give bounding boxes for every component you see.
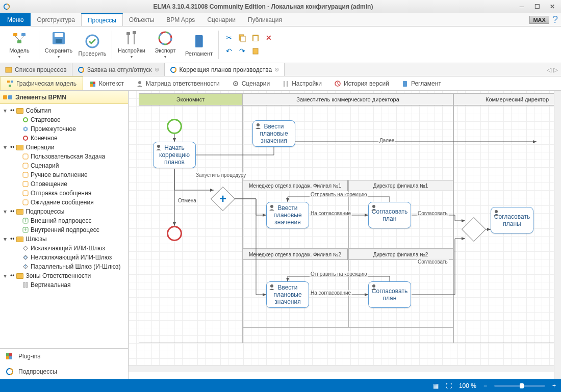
ribbon-reglament[interactable]: Регламент: [185, 33, 213, 57]
task-agree-plan-2[interactable]: Согласовать план: [368, 281, 411, 308]
puzzle-icon: [89, 80, 96, 87]
subtab-history[interactable]: История версий: [328, 76, 395, 90]
tree-group-subprocesses[interactable]: ▾••Подпроцессы: [0, 207, 128, 216]
undo-icon[interactable]: ↶: [224, 46, 234, 56]
sidebar-plugins[interactable]: Plug-ins: [0, 349, 128, 364]
task-begin-correction[interactable]: Начать коррекцию планов: [153, 142, 196, 168]
tree-item-manual[interactable]: Ручное выполнение: [7, 170, 128, 179]
tree-item-wait[interactable]: Ожидание сообщения: [7, 198, 128, 207]
svg-rect-7: [56, 39, 62, 43]
svg-rect-49: [23, 163, 28, 168]
tab-leave-request[interactable]: Заявка на отгул/отпуск ⊗: [72, 63, 165, 76]
ribbon-export[interactable]: Экспорт ▾: [151, 30, 180, 59]
grid-icon[interactable]: ▦: [433, 382, 439, 389]
zoom-level: 100 %: [459, 382, 476, 389]
minimize-button[interactable]: ─: [516, 3, 527, 10]
subtab-settings[interactable]: Настройки: [276, 76, 328, 90]
tree-item-and-gateway[interactable]: +Параллельный Шлюз (И-Шлюз): [7, 262, 128, 271]
tree-item-internal-sub[interactable]: +Внутренний подпроцесс: [7, 225, 128, 234]
menu-scenarios[interactable]: Сценарии: [201, 13, 241, 26]
tree-item-vertical-zone[interactable]: Вертикальная: [7, 280, 128, 290]
ribbon-model[interactable]: Модель ▾: [5, 30, 34, 59]
edge-label-cancel: Отмена: [177, 198, 197, 203]
sidebar-subprocesses[interactable]: Подпроцессы: [0, 364, 128, 379]
tab-plan-correction[interactable]: Коррекция планов производства ⊗: [165, 63, 285, 76]
svg-rect-19: [241, 36, 245, 42]
ribbon-settings[interactable]: Настройки ▾: [117, 30, 146, 59]
menu-button[interactable]: Меню: [0, 13, 31, 26]
tree-item-end-event[interactable]: Конечное: [7, 134, 128, 143]
svg-rect-30: [9, 85, 11, 87]
export-icon: [157, 30, 173, 46]
subtab-scenarios[interactable]: Сценарии: [226, 76, 276, 90]
close-tab-icon[interactable]: ⊗: [274, 66, 279, 73]
svg-rect-42: [3, 95, 7, 99]
tree-group-zones[interactable]: ▾••Зоны Ответственности: [0, 271, 128, 280]
canvas-area[interactable]: Экономист Заместитель коммерческого дире…: [129, 91, 561, 379]
subtabs: Графическая модель Контекст Матрица отве…: [0, 76, 561, 91]
menu-bpmapps[interactable]: BPM Apps: [160, 13, 201, 26]
subtab-context[interactable]: Контекст: [83, 76, 130, 90]
task-enter-values-branch2[interactable]: Ввести плановые значения: [266, 281, 309, 308]
fit-icon[interactable]: ⛶: [446, 382, 452, 389]
tree-item-intermediate-event[interactable]: Промежуточное: [7, 124, 128, 134]
help-icon[interactable]: ?: [552, 14, 558, 25]
task-agree-plan-1[interactable]: Согласовать план: [368, 202, 411, 228]
tab-scroll-left-icon[interactable]: ◁: [547, 66, 551, 73]
tree-group-events[interactable]: ▾••События: [0, 106, 128, 115]
menu-publication[interactable]: Публикация: [242, 13, 288, 26]
menu-processes[interactable]: Процессы: [81, 13, 123, 26]
task-enter-values-top[interactable]: Ввести плановые значения: [252, 120, 295, 147]
tree-group-gateways[interactable]: ▾••Шлюзы: [0, 234, 128, 244]
subtab-reglament[interactable]: Регламент: [395, 76, 447, 90]
zoom-in-button[interactable]: +: [552, 382, 556, 389]
bpmn-canvas[interactable]: Экономист Заместитель коммерческого дире…: [129, 91, 561, 366]
dropdown-arrow-icon: ▾: [18, 55, 20, 59]
vertical-scrollbar[interactable]: [554, 91, 561, 379]
tree-item-user-task[interactable]: Пользовательская Задача: [7, 152, 128, 161]
subtab-matrix[interactable]: Матрица ответственности: [130, 76, 226, 90]
ribbon-save[interactable]: Сохранить ▾: [44, 30, 73, 59]
close-button[interactable]: ✕: [547, 3, 558, 10]
zoom-slider[interactable]: [494, 385, 545, 387]
tree-item-external-sub[interactable]: +Внешний подпроцесс: [7, 216, 128, 225]
tools-icon: [282, 80, 289, 87]
menubar: Меню Оргструктура Процессы Объекты BPM A…: [0, 13, 561, 27]
task-agree-plans[interactable]: Согласовать планы: [491, 207, 533, 233]
gear-icon: [232, 80, 239, 87]
svg-rect-3: [21, 33, 26, 36]
maximize-button[interactable]: ☐: [531, 3, 543, 10]
tab-process-list[interactable]: Список процессов: [0, 63, 72, 76]
copy-special-icon[interactable]: [250, 46, 261, 56]
redo-icon[interactable]: ↷: [237, 46, 247, 56]
copy-icon[interactable]: [237, 33, 247, 43]
tree-item-xor-gateway[interactable]: Исключающий ИЛИ-Шлюз: [7, 244, 128, 253]
horizontal-scrollbar[interactable]: [129, 365, 554, 372]
svg-point-71: [157, 145, 160, 148]
save-icon: [50, 30, 67, 46]
delete-icon[interactable]: ✕: [264, 33, 274, 43]
user-icon: [493, 209, 500, 216]
zoom-out-button[interactable]: −: [483, 382, 487, 389]
tree-item-or-gateway[interactable]: Неисключающий ИЛИ-Шлюз: [7, 253, 128, 262]
tree-item-send[interactable]: Отправка сообщения: [7, 189, 128, 198]
task-enter-values-branch1[interactable]: Ввести плановые значения: [266, 202, 309, 228]
tab-scroll-right-icon[interactable]: ▷: [553, 66, 558, 73]
tree-item-notify[interactable]: Оповещение: [7, 179, 128, 189]
app-logo-icon: [3, 3, 10, 10]
menu-objects[interactable]: Объекты: [123, 13, 161, 26]
svg-rect-2: [13, 33, 17, 36]
ribbon-check[interactable]: Проверить: [78, 33, 107, 57]
end-event[interactable]: [167, 226, 182, 241]
svg-point-75: [372, 205, 375, 208]
tree-item-start-event[interactable]: Стартовое: [7, 115, 128, 124]
menu-orgstructure[interactable]: Оргструктура: [31, 13, 81, 26]
close-tab-icon[interactable]: ⊗: [155, 66, 159, 73]
start-event[interactable]: [167, 119, 182, 134]
sidebar-header-bpmn[interactable]: Элементы BPMN: [0, 91, 128, 104]
cut-icon[interactable]: ✂: [224, 33, 234, 43]
subtab-graphic-model[interactable]: Графическая модель: [0, 76, 83, 90]
tree-group-operations[interactable]: ▾••Операции: [0, 143, 128, 152]
paste-icon[interactable]: [250, 33, 261, 43]
tree-item-script[interactable]: Сценарий: [7, 161, 128, 170]
